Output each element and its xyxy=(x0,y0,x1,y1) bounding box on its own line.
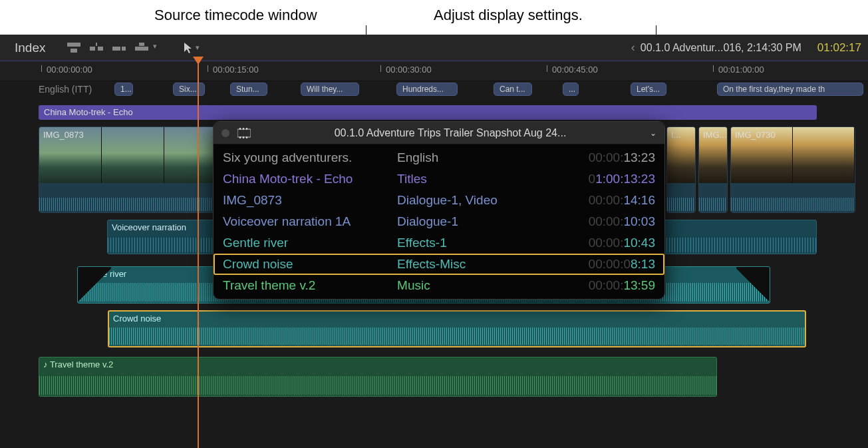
chevron-down-icon[interactable]: ▾ xyxy=(153,42,157,54)
stc-clip-name: Gentle river xyxy=(223,233,397,253)
caption-chip[interactable]: Hundreds... xyxy=(396,83,458,96)
caption-chip[interactable]: On the first day,they made th xyxy=(717,83,863,96)
caption-chip[interactable]: Will they... xyxy=(301,83,359,96)
ruler-tick: 00:00:45:00 xyxy=(552,65,598,75)
voiceover-clip-label: Voiceover narration xyxy=(112,222,186,232)
svg-rect-8 xyxy=(139,43,144,46)
stc-role: Dialogue-1, Video xyxy=(397,190,537,210)
playhead[interactable] xyxy=(198,61,199,448)
svg-rect-15 xyxy=(246,136,247,138)
caption-chip[interactable]: Let's... xyxy=(631,83,666,96)
video-clip-label: IMG_0730 xyxy=(735,130,776,140)
video-clip-label: I... xyxy=(671,130,680,140)
fade-handle-right[interactable] xyxy=(736,267,770,303)
stc-clip-name: Crowd noise xyxy=(223,254,397,274)
source-timecode-row[interactable]: Six young adventurers.English00:00:13:23 xyxy=(214,147,664,168)
stc-timecode: 00:00:08:13 xyxy=(537,254,655,274)
ruler-tick: 00:00:00:00 xyxy=(47,65,92,75)
svg-rect-14 xyxy=(243,136,244,138)
video-clip-label: IMG... xyxy=(703,130,726,140)
captions-lane: English (ITT) 1...Six...Stun...Will they… xyxy=(0,81,868,99)
ruler-tick: 00:01:00:00 xyxy=(718,65,764,75)
source-timecode-row[interactable]: Voiceover narration 1ADialogue-100:00:10… xyxy=(214,211,664,232)
stc-role: Dialogue-1 xyxy=(397,212,537,232)
stc-timecode: 00:00:13:23 xyxy=(537,148,655,168)
display-settings-button[interactable]: ⌄ xyxy=(650,128,656,138)
source-timecode-window[interactable]: 00.1.0 Adventure Trips Trailer Snapshot … xyxy=(213,121,665,300)
waveform xyxy=(109,328,805,345)
stc-role: Effects-1 xyxy=(397,233,537,253)
svg-rect-11 xyxy=(243,128,244,130)
annotation-layer: Source timecode window Adjust display se… xyxy=(0,0,868,35)
stc-role: Music xyxy=(397,276,537,296)
close-icon[interactable] xyxy=(221,129,229,137)
source-timecode-row[interactable]: IMG_0873Dialogue-1, Video00:00:14:16 xyxy=(214,190,664,211)
stc-clip-name: Travel theme v.2 xyxy=(223,276,397,296)
travel-theme-clip[interactable]: Travel theme v.2 xyxy=(39,357,717,397)
filmstrip-icon xyxy=(237,128,251,138)
svg-rect-9 xyxy=(237,129,251,137)
append-clip-icon[interactable] xyxy=(112,42,126,54)
title-clip[interactable]: China Moto-trek - Echo xyxy=(39,105,817,120)
video-clip-label: IMG_0873 xyxy=(43,130,84,140)
svg-rect-6 xyxy=(122,47,126,51)
svg-rect-13 xyxy=(239,136,241,138)
stc-timecode: 00:00:14:16 xyxy=(537,190,655,210)
stc-timecode: 00:00:10:03 xyxy=(537,212,655,232)
stc-timecode: 01:00:13:23 xyxy=(537,169,655,189)
clip-audio-lane xyxy=(699,183,727,212)
overwrite-clip-icon[interactable] xyxy=(134,42,149,54)
source-timecode-row[interactable]: Crowd noiseEffects-Misc00:00:08:13 xyxy=(214,254,664,275)
svg-rect-7 xyxy=(135,47,148,51)
source-timecode-body: Six young adventurers.English00:00:13:23… xyxy=(214,144,664,299)
waveform xyxy=(667,198,695,211)
svg-rect-5 xyxy=(112,47,120,51)
caption-language-label: English (ITT) xyxy=(39,84,92,95)
caption-chip[interactable]: ... xyxy=(563,83,579,96)
index-button[interactable]: Index xyxy=(0,41,60,55)
layout-icon-group: ▾ xyxy=(67,42,157,54)
ruler-tick: 00:00:15:00 xyxy=(213,65,259,75)
svg-rect-0 xyxy=(67,43,80,47)
stc-timecode: 00:00:13:59 xyxy=(537,276,655,296)
caption-chip[interactable]: Six... xyxy=(173,83,205,96)
source-timecode-title: 00.1.0 Adventure Trips Trailer Snapshot … xyxy=(259,127,642,139)
crowd-noise-clip[interactable]: Crowd noise xyxy=(108,310,806,347)
caption-chip[interactable]: Can t... xyxy=(494,83,532,96)
travel-theme-label: Travel theme v.2 xyxy=(43,359,113,369)
source-timecode-row[interactable]: China Moto-trek - EchoTitles01:00:13:23 xyxy=(214,168,664,190)
fade-handle-left[interactable] xyxy=(78,267,111,303)
annotation-source-timecode: Source timecode window xyxy=(154,7,317,24)
svg-rect-10 xyxy=(239,128,241,130)
video-clip[interactable]: I... xyxy=(666,126,696,213)
timeline-toolbar: Index ▾ ▾ ‹ 00.1.0 Adventur...016, 2:14:… xyxy=(0,35,868,61)
stc-clip-name: Six young adventurers. xyxy=(223,148,397,168)
stc-clip-name: China Moto-trek - Echo xyxy=(223,169,397,189)
video-clip[interactable]: IMG_0730 xyxy=(730,126,855,213)
source-timecode-row[interactable]: Gentle riverEffects-100:00:10:43 xyxy=(214,232,664,254)
source-timecode-row[interactable]: Travel theme v.2Music00:00:13:59 xyxy=(214,275,664,296)
ruler-tick: 00:00:30:00 xyxy=(386,65,432,75)
clip-audio-lane xyxy=(731,183,855,212)
crowd-noise-label: Crowd noise xyxy=(113,314,161,324)
pointer-tool[interactable]: ▾ xyxy=(184,42,200,54)
svg-rect-1 xyxy=(71,49,77,53)
video-clip[interactable]: IMG... xyxy=(698,126,728,213)
connect-clip-icon[interactable] xyxy=(67,42,81,54)
stc-role: Effects-Misc xyxy=(397,254,537,274)
caption-chip[interactable]: 1... xyxy=(114,83,133,96)
stc-clip-name: Voiceover narration 1A xyxy=(223,212,397,232)
caption-chip[interactable]: Stun... xyxy=(230,83,267,96)
project-title[interactable]: 00.1.0 Adventur...016, 2:14:30 PM xyxy=(641,42,801,54)
timeline-ruler[interactable]: 00:00:00:0000:00:15:0000:00:30:0000:00:4… xyxy=(0,61,868,81)
insert-clip-icon[interactable] xyxy=(89,42,104,54)
timeline-app: Index ▾ ▾ ‹ 00.1.0 Adventur...016, 2:14:… xyxy=(0,35,868,448)
timeline-history-back[interactable]: ‹ xyxy=(626,41,641,55)
svg-rect-12 xyxy=(246,128,247,130)
waveform xyxy=(699,198,727,211)
project-timecode[interactable]: 01:02:17 xyxy=(801,41,868,55)
waveform xyxy=(731,198,855,211)
stc-role: Titles xyxy=(397,169,537,189)
waveform xyxy=(39,376,716,395)
source-timecode-header[interactable]: 00.1.0 Adventure Trips Trailer Snapshot … xyxy=(214,122,664,144)
